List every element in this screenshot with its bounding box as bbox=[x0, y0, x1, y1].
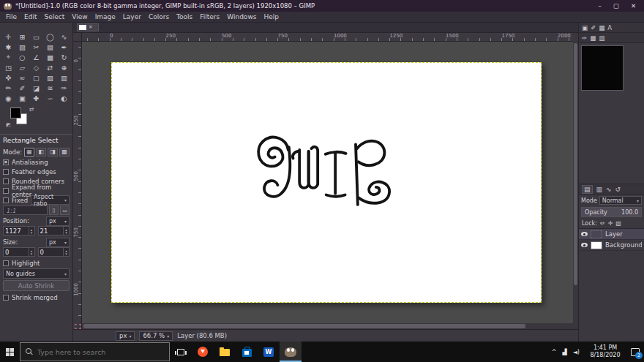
fixed-checkbox[interactable] bbox=[3, 197, 9, 203]
paintbrush-tool[interactable]: ✐ bbox=[15, 83, 29, 93]
spinner-down-icon[interactable]: ▾ bbox=[31, 252, 33, 255]
unit-dropdown[interactable]: px ▾ bbox=[116, 331, 135, 341]
warp-tool[interactable]: ≈ bbox=[15, 72, 29, 83]
spinner-icons[interactable]: ▴▾ bbox=[29, 227, 34, 235]
size-unit-dropdown[interactable]: px ▾ bbox=[46, 238, 70, 247]
channels-tab-icon[interactable]: ▥ bbox=[596, 186, 603, 193]
taskbar-app-gimp[interactable] bbox=[280, 342, 302, 362]
ellipse-select-tool[interactable]: ◯ bbox=[43, 31, 57, 42]
tray-expand-icon[interactable]: ^ bbox=[552, 349, 557, 355]
layers-tab-icon[interactable]: ▤ bbox=[582, 185, 593, 194]
quick-mask-toggle[interactable] bbox=[73, 323, 82, 329]
layer-mode-dropdown[interactable]: Normal ▾ bbox=[599, 196, 642, 205]
guides-dropdown[interactable]: No guides ▾ bbox=[3, 268, 70, 279]
menu-item[interactable]: Filters bbox=[196, 13, 223, 20]
taskbar-app-file-explorer[interactable] bbox=[214, 342, 236, 362]
gradient-preview-icon[interactable]: ▥ bbox=[599, 34, 604, 42]
lock-position-icon[interactable]: ✛ bbox=[608, 220, 613, 227]
horizontal-scrollbar[interactable] bbox=[82, 323, 573, 329]
antialiasing-checkbox[interactable]: Antialiasing bbox=[3, 157, 70, 167]
feather-edges-checkbox[interactable]: Feather edges bbox=[3, 167, 70, 176]
perspective-tool[interactable]: ◇ bbox=[29, 62, 43, 72]
foreground-color-swatch[interactable] bbox=[10, 108, 21, 118]
spinner-down-icon[interactable]: ▾ bbox=[65, 231, 67, 234]
maximize-button[interactable]: ▢ bbox=[613, 2, 619, 10]
vertical-scrollbar-thumb[interactable] bbox=[574, 43, 577, 285]
action-center-icon[interactable]: 2 bbox=[631, 348, 640, 356]
rotate-tool[interactable]: ↻ bbox=[57, 52, 71, 62]
taskbar-app-brave[interactable] bbox=[192, 342, 214, 362]
brush-editor-icon[interactable]: ✑ bbox=[582, 34, 587, 42]
landscape-orientation-button[interactable]: ▭ bbox=[60, 205, 70, 215]
mode-subtract-button[interactable]: ◨ bbox=[48, 148, 58, 157]
position-x-stepper[interactable]: 1127 ▴▾ bbox=[3, 226, 35, 235]
mode-add-button[interactable]: ◧ bbox=[36, 148, 46, 157]
bucket-fill-tool[interactable]: ▨ bbox=[43, 72, 57, 83]
size-width-stepper[interactable]: 0 ▴▾ bbox=[3, 247, 35, 257]
history-tab-icon[interactable]: ↺ bbox=[615, 186, 621, 193]
reset-colors-icon[interactable]: ◩ bbox=[6, 122, 11, 128]
menu-item[interactable]: Tools bbox=[173, 13, 196, 20]
shrink-merged-checkbox[interactable]: Shrink merged bbox=[3, 293, 70, 302]
lock-pixels-icon[interactable]: ✏ bbox=[600, 220, 605, 227]
gradient-tool[interactable]: ▥ bbox=[57, 72, 71, 83]
aspect-ratio-input[interactable]: 1:1 bbox=[3, 205, 48, 215]
zoom-dropdown[interactable]: 66.7 % ▾ bbox=[139, 331, 173, 341]
brushes-dock-icon[interactable]: ✐ bbox=[591, 24, 596, 31]
flip-tool[interactable]: ⇄ bbox=[43, 62, 57, 72]
minimize-button[interactable]: – bbox=[599, 2, 602, 10]
paths-tab-icon[interactable]: ∿ bbox=[606, 186, 612, 193]
eraser-tool[interactable]: ◪ bbox=[29, 83, 43, 93]
opacity-slider[interactable]: Opacity 100.0 bbox=[581, 207, 642, 217]
mypaint-brush-tool[interactable]: ◉ bbox=[1, 93, 15, 103]
menu-item[interactable]: Image bbox=[91, 13, 119, 20]
dodge-burn-tool[interactable]: ◐ bbox=[57, 93, 71, 103]
unified-transform-tool[interactable]: ⊕ bbox=[57, 62, 71, 72]
airbrush-tool[interactable]: ≋ bbox=[43, 83, 57, 93]
free-select-tool[interactable]: ∿ bbox=[57, 31, 71, 42]
spinner-down-icon[interactable]: ▾ bbox=[31, 231, 33, 234]
volume-icon[interactable]: ◄) bbox=[573, 349, 580, 355]
clone-tool[interactable]: ▣ bbox=[15, 93, 29, 103]
portrait-orientation-button[interactable]: ▯ bbox=[49, 205, 59, 215]
close-button[interactable]: ✕ bbox=[631, 2, 636, 10]
spinner-icons[interactable]: ▴▾ bbox=[29, 248, 34, 256]
taskbar-clock[interactable]: 1:41 PM 8/18/2020 bbox=[586, 344, 624, 359]
color-picker-tool[interactable]: ⌖ bbox=[1, 52, 15, 62]
task-view-button[interactable] bbox=[170, 342, 192, 362]
rectangle-select-tool[interactable]: ▭ bbox=[29, 31, 43, 42]
scissors-select-tool[interactable]: ✂ bbox=[29, 42, 43, 52]
pencil-tool[interactable]: ✏ bbox=[1, 83, 15, 93]
start-button[interactable] bbox=[0, 342, 20, 362]
menu-item[interactable]: Colors bbox=[145, 13, 173, 20]
image-tab[interactable]: ✕ bbox=[77, 23, 99, 31]
canvas-viewport[interactable] bbox=[82, 42, 573, 323]
spinner-icons[interactable]: ▴▾ bbox=[63, 248, 69, 256]
menu-item[interactable]: Edit bbox=[20, 13, 40, 20]
image-dock-icon[interactable]: ▣ bbox=[582, 24, 588, 31]
mode-replace-button[interactable]: ▦ bbox=[24, 148, 34, 157]
menu-item[interactable]: Windows bbox=[223, 13, 260, 20]
measure-tool[interactable]: ∠ bbox=[29, 52, 43, 62]
layer-row[interactable]: Background bbox=[579, 240, 644, 251]
pattern-preview-icon[interactable]: ▩ bbox=[590, 34, 596, 42]
ruler-corner-button[interactable] bbox=[73, 33, 82, 42]
menu-item[interactable]: Layer bbox=[119, 13, 145, 20]
vertical-scrollbar[interactable] bbox=[573, 42, 578, 323]
menu-item[interactable]: File bbox=[2, 13, 20, 20]
auto-shrink-button[interactable]: Auto Shrink bbox=[3, 280, 70, 291]
search-input[interactable] bbox=[37, 348, 164, 356]
brush-preview[interactable] bbox=[581, 45, 624, 91]
fuzzy-select-tool[interactable]: ✱ bbox=[1, 42, 15, 52]
visibility-eye-icon[interactable] bbox=[581, 243, 588, 247]
taskbar-app-word[interactable]: W bbox=[258, 342, 280, 362]
size-height-stepper[interactable]: 0 ▴▾ bbox=[38, 247, 70, 257]
foreground-select-tool[interactable]: ▤ bbox=[43, 42, 57, 52]
swap-colors-icon[interactable]: ⇄ bbox=[29, 106, 34, 113]
position-y-stepper[interactable]: 21 ▴▾ bbox=[38, 226, 70, 235]
fixed-type-dropdown[interactable]: Aspect ratio ▾ bbox=[31, 195, 70, 205]
highlight-checkbox[interactable]: Highlight bbox=[3, 258, 70, 268]
move-tool[interactable]: ✛ bbox=[1, 31, 15, 42]
menu-item[interactable]: View bbox=[68, 13, 91, 20]
scale-tool[interactable]: ◳ bbox=[1, 62, 15, 72]
